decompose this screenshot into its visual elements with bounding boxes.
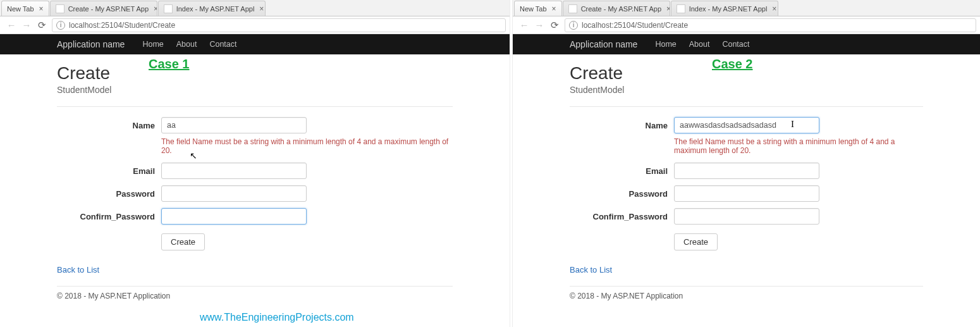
label-password: Password — [570, 189, 674, 199]
address-url: localhost:25104/Student/Create — [582, 21, 688, 30]
favicon-icon — [164, 4, 173, 13]
tab-title: Create - My ASP.NET App — [581, 5, 661, 13]
back-to-list-link[interactable]: Back to List — [57, 265, 99, 275]
watermark-text: www.TheEngineeringProjects.com — [200, 312, 354, 323]
confirm-password-input[interactable] — [161, 208, 307, 225]
info-icon[interactable]: i — [569, 21, 578, 30]
nav-link-about[interactable]: About — [176, 40, 197, 49]
create-button[interactable]: Create — [674, 233, 718, 250]
back-link: Back to List — [570, 265, 923, 275]
favicon-icon — [56, 4, 64, 13]
browser-tab-strip: New Tab × Create - My ASP.NET App × Inde… — [513, 0, 980, 16]
back-icon[interactable]: ← — [6, 20, 17, 31]
browser-tab-newtab[interactable]: New Tab × — [1, 1, 49, 16]
back-icon[interactable]: ← — [518, 20, 530, 31]
close-icon[interactable]: × — [154, 4, 157, 13]
tab-title: Index - My ASP.NET Appl — [689, 5, 768, 13]
name-input[interactable] — [674, 117, 819, 133]
close-icon[interactable]: × — [39, 4, 44, 13]
tab-title: Create - My ASP.NET App — [68, 5, 149, 13]
nav-link-about[interactable]: About — [689, 40, 710, 49]
label-email: Email — [570, 166, 674, 176]
label-email: Email — [57, 166, 161, 176]
browser-tab-create[interactable]: Create - My ASP.NET App × — [50, 1, 157, 16]
nav-link-home[interactable]: Home — [655, 40, 676, 49]
close-icon[interactable]: × — [552, 4, 556, 13]
browser-tab-index[interactable]: Index - My ASP.NET Appl × — [671, 1, 778, 16]
back-to-list-link[interactable]: Back to List — [570, 265, 612, 275]
footer-text: © 2018 - My ASP.NET Application — [570, 292, 923, 300]
email-input[interactable] — [161, 163, 307, 179]
case-label: Case 1 — [149, 57, 190, 71]
info-icon[interactable]: i — [56, 21, 65, 30]
label-confirm-password: Confirm_Password — [57, 212, 161, 221]
tab-title: New Tab — [520, 5, 547, 13]
navbar-brand[interactable]: Application name — [570, 39, 637, 49]
footer-text: © 2018 - My ASP.NET Application — [57, 292, 453, 300]
label-password: Password — [57, 189, 161, 199]
close-icon[interactable]: × — [666, 4, 670, 13]
page-content: Create StudentModel Case 1 Name The fiel… — [0, 54, 510, 300]
case-label: Case 2 — [712, 57, 753, 71]
nav-link-contact[interactable]: Contact — [722, 40, 749, 49]
label-name: Name — [570, 121, 674, 130]
password-input[interactable] — [161, 185, 307, 202]
favicon-icon — [568, 4, 577, 13]
divider — [57, 106, 453, 107]
browser-toolbar: ← → ⟳ i localhost:25104/Student/Create — [0, 16, 510, 34]
email-input[interactable] — [674, 163, 819, 179]
divider — [57, 286, 453, 287]
browser-tab-create[interactable]: Create - My ASP.NET App × — [563, 1, 670, 16]
page-subtitle: StudentModel — [57, 85, 453, 95]
site-navbar: Application name Home About Contact — [513, 34, 980, 54]
page-content: Create StudentModel Case 2 Name I The fi… — [513, 54, 980, 300]
forward-icon[interactable]: → — [21, 20, 32, 31]
page-subtitle: StudentModel — [570, 85, 923, 95]
back-link: Back to List — [57, 265, 453, 275]
navbar-brand[interactable]: Application name — [57, 39, 125, 49]
close-icon[interactable]: × — [772, 4, 776, 13]
validation-message-name: The field Name must be a string with a m… — [674, 137, 923, 155]
address-bar[interactable]: i localhost:25104/Student/Create — [565, 18, 976, 32]
password-input[interactable] — [674, 185, 819, 202]
label-confirm-password: Confirm_Password — [570, 212, 674, 221]
address-bar[interactable]: i localhost:25104/Student/Create — [52, 18, 506, 32]
nav-link-home[interactable]: Home — [142, 40, 163, 49]
reload-icon[interactable]: ⟳ — [36, 20, 47, 31]
tab-title: Index - My ASP.NET Appl — [176, 5, 255, 13]
browser-tab-newtab[interactable]: New Tab × — [514, 1, 562, 16]
validation-message-name: The field Name must be a string with a m… — [161, 137, 453, 155]
create-button[interactable]: Create — [161, 233, 205, 250]
nav-link-contact[interactable]: Contact — [209, 40, 236, 49]
site-navbar: Application name Home About Contact — [0, 34, 510, 54]
page-title: Create — [57, 63, 453, 83]
browser-toolbar: ← → ⟳ i localhost:25104/Student/Create — [513, 16, 980, 34]
name-input[interactable] — [161, 117, 307, 133]
favicon-icon — [677, 4, 685, 13]
tab-title: New Tab — [7, 5, 34, 13]
label-name: Name — [57, 121, 161, 130]
close-icon[interactable]: × — [259, 4, 264, 13]
divider — [570, 106, 923, 107]
confirm-password-input[interactable] — [674, 208, 819, 225]
reload-icon[interactable]: ⟳ — [549, 20, 560, 31]
browser-tab-strip: New Tab × Create - My ASP.NET App × Inde… — [0, 0, 510, 16]
address-url: localhost:25104/Student/Create — [69, 21, 175, 30]
divider — [570, 286, 923, 287]
forward-icon[interactable]: → — [534, 20, 545, 31]
browser-tab-index[interactable]: Index - My ASP.NET Appl × — [158, 1, 266, 16]
